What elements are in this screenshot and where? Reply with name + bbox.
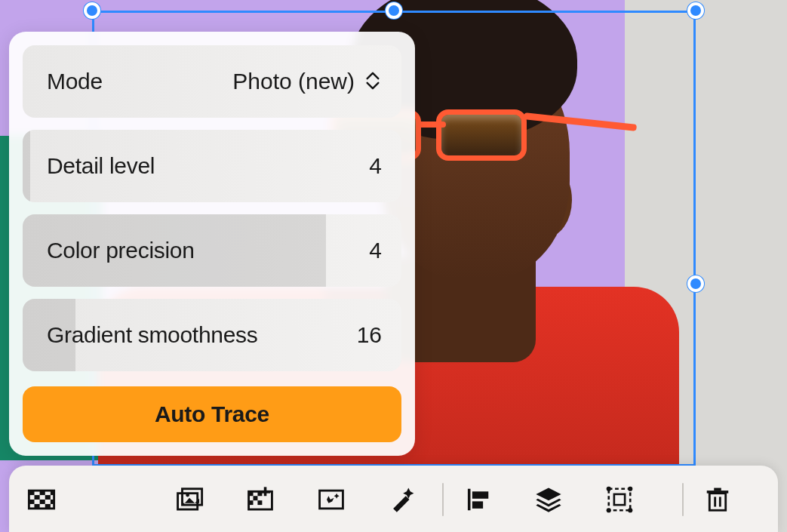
image-settings-icon[interactable]	[243, 482, 278, 517]
generate-icon[interactable]	[314, 482, 349, 517]
detail-level-label: Detail level	[47, 153, 155, 179]
svg-rect-33	[707, 490, 729, 494]
images-icon[interactable]	[172, 482, 207, 517]
selection-handle-top-left[interactable]	[84, 2, 100, 19]
detail-level-fill	[23, 130, 30, 202]
svg-rect-3	[51, 490, 54, 495]
stepper-icon	[364, 71, 382, 92]
gradient-smoothness-row[interactable]: Gradient smoothness 16	[23, 299, 401, 371]
gradient-smoothness-value: 16	[357, 322, 382, 348]
svg-point-31	[628, 508, 632, 512]
svg-rect-25	[472, 501, 483, 509]
svg-rect-24	[472, 491, 488, 499]
align-icon[interactable]	[460, 482, 495, 517]
svg-rect-18	[249, 500, 254, 505]
selection-handle-top-middle[interactable]	[386, 2, 402, 19]
svg-point-28	[607, 487, 611, 491]
detail-level-row[interactable]: Detail level 4	[23, 130, 401, 202]
transparency-icon[interactable]	[24, 482, 59, 517]
mode-row[interactable]: Mode Photo (new)	[23, 45, 401, 118]
svg-rect-19	[257, 500, 262, 505]
mode-value: Photo (new)	[232, 69, 355, 94]
trace-panel: Mode Photo (new) Detail level 4 Color pr…	[9, 32, 415, 456]
svg-rect-6	[29, 500, 34, 504]
svg-rect-2	[40, 490, 45, 495]
svg-rect-26	[609, 489, 631, 511]
trash-icon[interactable]	[700, 482, 735, 517]
svg-rect-7	[40, 500, 45, 504]
svg-rect-34	[714, 488, 721, 491]
svg-point-30	[607, 508, 611, 512]
layers-icon[interactable]	[531, 482, 566, 517]
svg-rect-35	[714, 497, 716, 506]
svg-point-29	[628, 487, 632, 491]
color-precision-value: 4	[369, 238, 382, 263]
group-icon[interactable]	[602, 482, 637, 517]
magic-icon[interactable]	[385, 482, 420, 517]
gradient-smoothness-label: Gradient smoothness	[47, 322, 257, 348]
detail-level-value: 4	[369, 153, 382, 179]
svg-rect-10	[45, 504, 51, 509]
svg-rect-17	[254, 496, 258, 500]
svg-rect-23	[468, 489, 471, 511]
color-precision-label: Color precision	[47, 238, 195, 263]
svg-rect-5	[45, 495, 51, 500]
svg-rect-21	[260, 490, 270, 494]
svg-rect-1	[29, 490, 34, 495]
toolbar-separator	[442, 483, 444, 516]
mode-label: Mode	[47, 69, 103, 94]
svg-rect-9	[35, 504, 40, 509]
svg-rect-27	[614, 494, 625, 505]
svg-rect-4	[35, 495, 40, 500]
svg-rect-32	[709, 494, 725, 511]
svg-rect-36	[719, 497, 721, 506]
svg-rect-8	[51, 500, 54, 504]
color-precision-row[interactable]: Color precision 4	[23, 214, 401, 287]
svg-rect-15	[249, 491, 254, 496]
selection-handle-top-right[interactable]	[687, 2, 704, 19]
toolbar-separator	[682, 483, 684, 516]
svg-point-13	[186, 494, 189, 497]
auto-trace-button[interactable]: Auto Trace	[23, 386, 401, 442]
bottom-toolbar	[9, 466, 778, 532]
